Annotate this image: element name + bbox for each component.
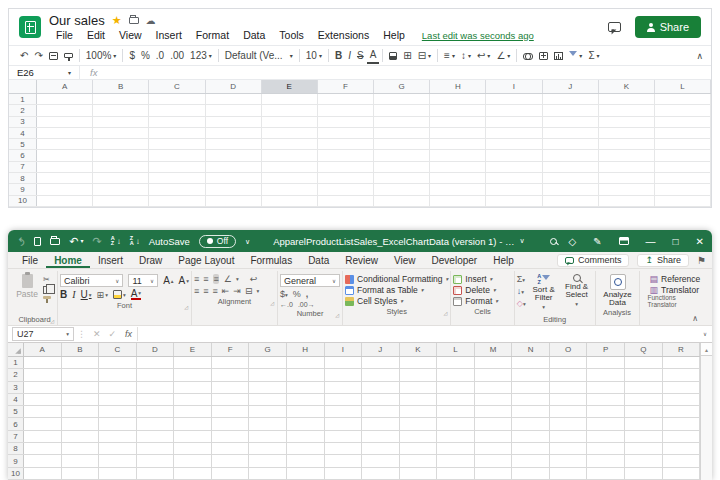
cell-A6[interactable] bbox=[24, 418, 62, 429]
ribbon-tab[interactable]: Insert bbox=[90, 252, 131, 268]
copy-icon[interactable] bbox=[43, 286, 50, 294]
column-header-B[interactable]: B bbox=[93, 80, 149, 93]
number-format-select[interactable]: General∨ bbox=[280, 274, 340, 287]
enter-button[interactable]: ✓ bbox=[105, 329, 121, 339]
maximize-button[interactable]: □ bbox=[673, 236, 679, 247]
cell-G10[interactable] bbox=[249, 468, 287, 479]
cell-F5[interactable] bbox=[212, 406, 250, 417]
cell-L4[interactable] bbox=[655, 128, 711, 138]
ribbon-pin-icon[interactable]: ⚑ bbox=[697, 255, 706, 266]
align-left-button[interactable]: ≡ bbox=[194, 286, 198, 296]
cell-D7[interactable] bbox=[137, 431, 175, 442]
cell-N9[interactable] bbox=[512, 455, 550, 466]
fill-button[interactable]: ↓▾ bbox=[517, 286, 526, 296]
cell-D1[interactable] bbox=[206, 94, 262, 104]
cell-F10[interactable] bbox=[318, 196, 374, 206]
redo-button[interactable]: ↷ bbox=[92, 236, 101, 247]
cell-I7[interactable] bbox=[486, 162, 542, 172]
column-header-K[interactable]: K bbox=[599, 80, 655, 93]
cell-I3[interactable] bbox=[325, 382, 363, 393]
cell-H10[interactable] bbox=[287, 468, 325, 479]
cell-D4[interactable] bbox=[137, 394, 175, 405]
percent-format-button[interactable]: % bbox=[138, 47, 153, 64]
zoom-select[interactable]: 100%▾ bbox=[83, 47, 120, 64]
cell-A9[interactable] bbox=[24, 455, 62, 466]
cell-J5[interactable] bbox=[543, 139, 599, 149]
cell-D5[interactable] bbox=[206, 139, 262, 149]
top-align-button[interactable]: ≡ bbox=[194, 274, 198, 284]
document-title[interactable]: Our sales bbox=[49, 13, 105, 28]
cell-L5[interactable] bbox=[655, 139, 711, 149]
namebox-resize-handle[interactable]: ⋮ bbox=[74, 329, 89, 339]
ribbon-tab[interactable]: Data bbox=[300, 252, 337, 268]
row-header-3[interactable]: 3 bbox=[8, 382, 24, 393]
cell-R8[interactable] bbox=[663, 443, 701, 454]
insert-comment-button[interactable] bbox=[536, 47, 551, 64]
row-header-7[interactable]: 7 bbox=[9, 162, 37, 172]
cell-N4[interactable] bbox=[512, 394, 550, 405]
cell-B1[interactable] bbox=[93, 94, 149, 104]
cell-I10[interactable] bbox=[486, 196, 542, 206]
cell-C8[interactable] bbox=[149, 173, 205, 183]
cell-I5[interactable] bbox=[486, 139, 542, 149]
cell-J10[interactable] bbox=[543, 196, 599, 206]
cell-B1[interactable] bbox=[62, 357, 100, 368]
cell-L3[interactable] bbox=[437, 382, 475, 393]
share-button[interactable]: Share bbox=[635, 16, 701, 38]
cell-J6[interactable] bbox=[543, 150, 599, 160]
cell-D3[interactable] bbox=[206, 117, 262, 127]
cell-F6[interactable] bbox=[318, 150, 374, 160]
expand-formula-bar-button[interactable]: ∨ bbox=[698, 331, 712, 337]
cell-J8[interactable] bbox=[362, 443, 400, 454]
cell-K8[interactable] bbox=[400, 443, 438, 454]
menu-item[interactable]: File bbox=[49, 29, 80, 41]
ribbon-tab[interactable]: Home bbox=[46, 252, 90, 268]
cell-O10[interactable] bbox=[550, 468, 588, 479]
cancel-button[interactable]: ✕ bbox=[89, 329, 105, 339]
cell-K3[interactable] bbox=[599, 117, 655, 127]
cell-J2[interactable] bbox=[362, 369, 400, 380]
cell-P7[interactable] bbox=[587, 431, 625, 442]
cell-E3[interactable] bbox=[262, 117, 318, 127]
cell-M4[interactable] bbox=[475, 394, 513, 405]
decrease-decimal-button[interactable]: .0 bbox=[153, 47, 167, 64]
cell-K2[interactable] bbox=[599, 105, 655, 115]
cell-I6[interactable] bbox=[325, 418, 363, 429]
cell-A4[interactable] bbox=[24, 394, 62, 405]
cell-D6[interactable] bbox=[137, 418, 175, 429]
cell-L2[interactable] bbox=[437, 369, 475, 380]
row-header-8[interactable]: 8 bbox=[9, 173, 37, 183]
cell-B9[interactable] bbox=[93, 184, 149, 194]
cell-I2[interactable] bbox=[486, 105, 542, 115]
row-header-5[interactable]: 5 bbox=[8, 406, 24, 417]
cell-R7[interactable] bbox=[663, 431, 701, 442]
cell-J3[interactable] bbox=[543, 117, 599, 127]
cell-E7[interactable] bbox=[262, 162, 318, 172]
borders-button[interactable]: ⊞▾ bbox=[97, 290, 108, 300]
cell-C3[interactable] bbox=[99, 382, 137, 393]
cell-N10[interactable] bbox=[512, 468, 550, 479]
center-button[interactable]: ≡ bbox=[203, 286, 207, 296]
cell-D2[interactable] bbox=[206, 105, 262, 115]
column-header-F[interactable]: F bbox=[212, 343, 250, 356]
cell-G6[interactable] bbox=[374, 150, 430, 160]
increase-indent-button[interactable]: ⇥ bbox=[233, 286, 240, 296]
cell-H2[interactable] bbox=[430, 105, 486, 115]
collapse-ribbon-button[interactable]: ∧ bbox=[692, 314, 698, 323]
minimize-button[interactable]: — bbox=[646, 236, 656, 247]
cell-G1[interactable] bbox=[374, 94, 430, 104]
cell-J4[interactable] bbox=[362, 394, 400, 405]
cell-M10[interactable] bbox=[475, 468, 513, 479]
cell-D4[interactable] bbox=[206, 128, 262, 138]
font-color-button[interactable]: A▾ bbox=[131, 289, 141, 300]
fill-color-button[interactable]: ▾ bbox=[113, 290, 126, 299]
column-header-C[interactable]: C bbox=[149, 80, 205, 93]
increase-decimal-button[interactable]: .00 bbox=[167, 47, 187, 64]
cell-K2[interactable] bbox=[400, 369, 438, 380]
cell-D1[interactable] bbox=[137, 357, 175, 368]
text-wrap-button[interactable]: ↩▾ bbox=[474, 47, 493, 64]
cell-K9[interactable] bbox=[400, 455, 438, 466]
cell-F8[interactable] bbox=[212, 443, 250, 454]
cell-C1[interactable] bbox=[149, 94, 205, 104]
cell-L8[interactable] bbox=[655, 173, 711, 183]
